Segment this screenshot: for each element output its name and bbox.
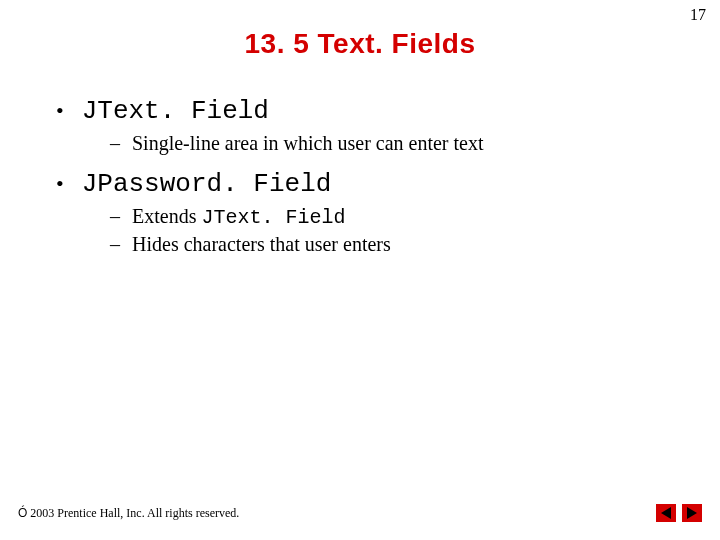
svg-marker-0 — [661, 507, 671, 519]
bullet-dot-icon: • — [56, 100, 64, 122]
bullet-level1: • JText. Field — [56, 96, 680, 126]
nav-controls — [656, 504, 702, 522]
bullet-text: JText. Field — [82, 96, 269, 126]
next-button[interactable] — [682, 504, 702, 522]
bullet-level2: – Hides characters that user enters — [110, 233, 680, 256]
bullet-dash-icon: – — [110, 233, 120, 256]
svg-marker-1 — [687, 507, 697, 519]
copyright-label: 2003 Prentice Hall, Inc. All rights rese… — [30, 506, 239, 520]
slide-body: • JText. Field – Single-line area in whi… — [56, 96, 680, 260]
bullet-text-prefix: Extends — [132, 205, 201, 227]
slide-title: 13. 5 Text. Fields — [0, 28, 720, 60]
copyright-text: Ó2003 Prentice Hall, Inc. All rights res… — [18, 506, 644, 521]
bullet-text: Hides characters that user enters — [132, 233, 391, 256]
bullet-dash-icon: – — [110, 205, 120, 228]
triangle-right-icon — [687, 507, 697, 519]
bullet-level1: • JPassword. Field — [56, 169, 680, 199]
bullet-dash-icon: – — [110, 132, 120, 155]
bullet-level2: – Extends JText. Field — [110, 205, 680, 229]
copyright-icon: Ó — [18, 506, 27, 520]
bullet-text: Extends JText. Field — [132, 205, 345, 229]
prev-button[interactable] — [656, 504, 676, 522]
bullet-dot-icon: • — [56, 173, 64, 195]
page-number: 17 — [690, 6, 706, 24]
bullet-text: JPassword. Field — [82, 169, 332, 199]
bullet-text-mono: JText. Field — [201, 206, 345, 229]
bullet-level2: – Single-line area in which user can ent… — [110, 132, 680, 155]
bullet-text: Single-line area in which user can enter… — [132, 132, 484, 155]
triangle-left-icon — [661, 507, 671, 519]
slide: 17 13. 5 Text. Fields • JText. Field – S… — [0, 0, 720, 540]
footer: Ó2003 Prentice Hall, Inc. All rights res… — [18, 504, 702, 522]
